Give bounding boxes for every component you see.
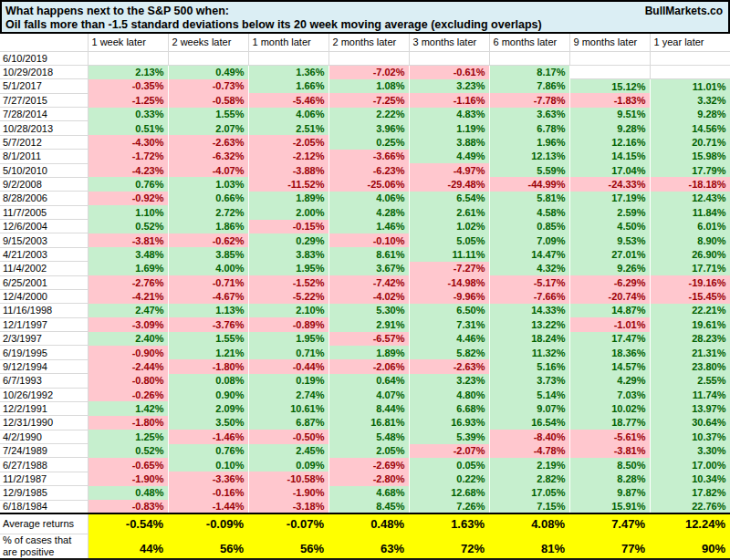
return-cell: 8.45% bbox=[328, 500, 409, 513]
return-cell: 27.01% bbox=[569, 247, 650, 261]
return-cell: -6.29% bbox=[569, 275, 650, 289]
return-cell: 2.45% bbox=[248, 444, 328, 458]
return-cell: 5.82% bbox=[409, 346, 489, 359]
return-cell: 8.90% bbox=[650, 233, 730, 247]
return-cell: 18.24% bbox=[489, 332, 569, 346]
return-cell: -3.81% bbox=[88, 233, 168, 247]
return-cell: -2.69% bbox=[328, 458, 409, 472]
return-cell: 12.13% bbox=[489, 150, 569, 163]
date-cell: 6/18/1984 bbox=[0, 500, 88, 513]
percent-positive-row-label: % of cases that are positive bbox=[0, 534, 88, 559]
return-cell: 0.76% bbox=[168, 444, 248, 458]
return-cell: 9.28% bbox=[650, 108, 730, 121]
return-cell: 4.32% bbox=[489, 262, 569, 275]
table-row: 6/27/1988-0.65%0.10%0.09%-2.69%0.05%2.19… bbox=[0, 458, 730, 472]
return-cell: 14.15% bbox=[569, 150, 650, 163]
table-row: 11/7/20051.10%2.72%2.00%4.28%2.61%4.58%2… bbox=[0, 205, 730, 219]
return-cell: 8.17% bbox=[489, 65, 569, 78]
return-cell: -7.42% bbox=[328, 275, 409, 289]
return-cell: -7.25% bbox=[328, 93, 409, 107]
return-cell: -3.36% bbox=[168, 472, 248, 485]
return-cell: 8.61% bbox=[328, 247, 409, 261]
return-cell: -7.78% bbox=[489, 93, 569, 107]
table-row: 12/6/20040.52%1.86%-0.15%1.46%1.02%0.85%… bbox=[0, 220, 730, 233]
column-header: 1 month later bbox=[248, 34, 328, 51]
return-cell: 2.22% bbox=[328, 108, 409, 121]
return-cell: 7.15% bbox=[489, 500, 569, 513]
column-header: 9 months later bbox=[569, 34, 650, 51]
column-header-row: 1 week later2 weeks later1 month later2 … bbox=[0, 34, 730, 51]
date-cell: 8/1/2011 bbox=[0, 150, 88, 163]
return-cell: -15.45% bbox=[650, 289, 730, 303]
average-returns-row-value: -0.54% bbox=[88, 513, 168, 534]
return-cell: -6.32% bbox=[168, 150, 248, 163]
column-header: 2 months later bbox=[328, 34, 409, 51]
return-cell: 5.81% bbox=[489, 192, 569, 205]
page-subtitle: Oil falls more than -1.5 standard deviat… bbox=[5, 18, 725, 31]
date-cell: 6/19/1995 bbox=[0, 346, 88, 359]
date-cell: 7/28/2014 bbox=[0, 108, 88, 121]
return-cell: 17.04% bbox=[569, 163, 650, 177]
spreadsheet: What happens next to the S&P 500 when: B… bbox=[0, 0, 730, 560]
return-cell: -18.18% bbox=[650, 177, 730, 191]
return-cell: -1.72% bbox=[88, 150, 168, 163]
return-cell: 10.37% bbox=[650, 430, 730, 443]
return-cell: 3.88% bbox=[409, 135, 489, 149]
average-returns-row-value: 12.24% bbox=[650, 513, 730, 534]
average-returns-row-value: -0.07% bbox=[248, 513, 328, 534]
date-cell: 12/1/1997 bbox=[0, 317, 88, 331]
return-cell: -1.16% bbox=[409, 93, 489, 107]
return-cell: 3.96% bbox=[328, 121, 409, 135]
return-cell: 14.57% bbox=[569, 359, 650, 373]
return-cell: -3.81% bbox=[569, 444, 650, 458]
return-cell: -24.33% bbox=[569, 177, 650, 191]
return-cell: -0.65% bbox=[88, 458, 168, 472]
return-cell: 12.43% bbox=[650, 192, 730, 205]
return-cell: -2.63% bbox=[409, 359, 489, 373]
return-cell: -1.80% bbox=[88, 416, 168, 430]
return-cell: 1.13% bbox=[168, 304, 248, 317]
return-cell: 2.82% bbox=[489, 472, 569, 485]
date-cell: 6/25/2001 bbox=[0, 275, 88, 289]
return-cell: -0.71% bbox=[168, 275, 248, 289]
return-cell: -7.66% bbox=[489, 289, 569, 303]
date-cell: 9/12/1994 bbox=[0, 359, 88, 373]
table-row: 11/2/1987-1.90%-3.36%-10.58%-2.80%0.22%2… bbox=[0, 472, 730, 485]
return-cell: 1.03% bbox=[168, 177, 248, 191]
return-cell: 17.82% bbox=[650, 486, 730, 500]
return-cell: -1.83% bbox=[569, 93, 650, 107]
return-cell: 22.21% bbox=[650, 304, 730, 317]
return-cell: -4.67% bbox=[168, 289, 248, 303]
return-cell: -0.89% bbox=[248, 317, 328, 331]
return-cell: 4.80% bbox=[409, 388, 489, 401]
return-cell: 22.76% bbox=[650, 500, 730, 513]
average-returns-row-value: 0.48% bbox=[328, 513, 409, 534]
return-cell: 2.55% bbox=[650, 374, 730, 388]
return-cell: 6.87% bbox=[248, 416, 328, 430]
return-cell: 4.68% bbox=[328, 486, 409, 500]
return-cell: 4.06% bbox=[248, 108, 328, 121]
return-cell: 1.46% bbox=[328, 220, 409, 233]
return-cell: 0.09% bbox=[248, 458, 328, 472]
return-cell: 23.80% bbox=[650, 359, 730, 373]
percent-positive-row-value: 44% bbox=[88, 534, 168, 559]
table-row: 6/10/2019 bbox=[0, 51, 730, 65]
return-cell: 17.71% bbox=[650, 262, 730, 275]
date-cell: 11/16/1998 bbox=[0, 304, 88, 317]
table-row: 7/28/20140.33%1.55%4.06%2.22%4.83%3.63%9… bbox=[0, 108, 730, 121]
date-cell: 6/7/1993 bbox=[0, 374, 88, 388]
return-cell: 0.66% bbox=[168, 192, 248, 205]
return-cell bbox=[409, 51, 489, 65]
return-cell: 1.95% bbox=[248, 332, 328, 346]
return-cell: 2.72% bbox=[168, 205, 248, 219]
return-cell: -20.74% bbox=[569, 289, 650, 303]
return-cell: 2.19% bbox=[489, 458, 569, 472]
return-cell: 0.10% bbox=[168, 458, 248, 472]
return-cell: -10.58% bbox=[248, 472, 328, 485]
return-cell: 2.00% bbox=[248, 205, 328, 219]
return-cell: 0.49% bbox=[168, 65, 248, 78]
return-cell: -0.58% bbox=[168, 93, 248, 107]
return-cell: 13.97% bbox=[650, 401, 730, 415]
return-cell: 9.87% bbox=[569, 486, 650, 500]
return-cell: -4.78% bbox=[489, 444, 569, 458]
